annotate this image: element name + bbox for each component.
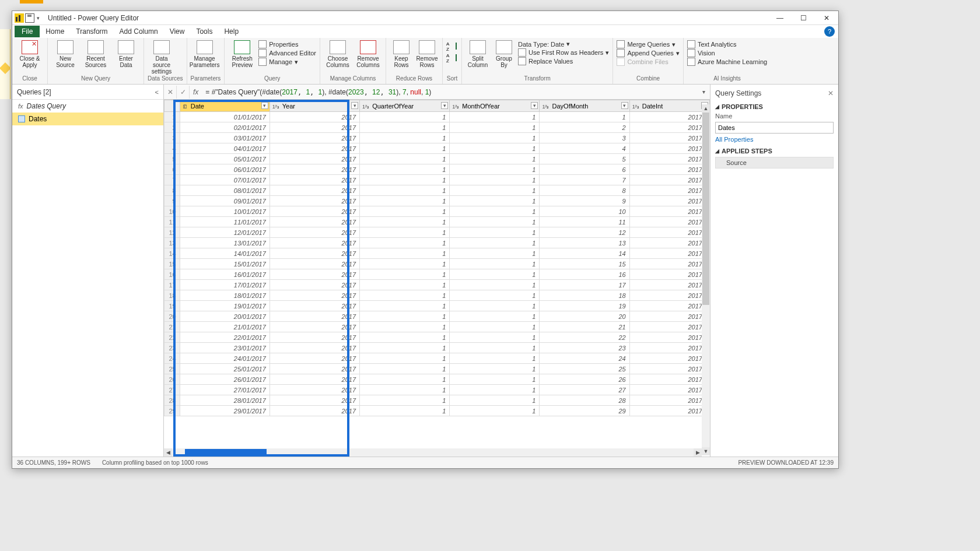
save-icon[interactable] (25, 13, 34, 23)
table-row[interactable]: 808/01/2017201711820170 (164, 185, 710, 196)
maximize-button[interactable]: ☐ (792, 11, 815, 25)
table-row[interactable]: 2424/01/20172017112420170 (164, 353, 710, 364)
new-source-button[interactable]: New Source (51, 39, 79, 68)
text-analytics-button[interactable]: Text Analytics (687, 40, 767, 48)
remove-rows-button[interactable]: Remove Rows (415, 39, 439, 68)
table-row[interactable]: 1818/01/20172017111820170 (164, 290, 710, 301)
tab-help[interactable]: Help (218, 26, 244, 37)
group-by-button[interactable]: Group By (492, 39, 516, 68)
tab-add-column[interactable]: Add Column (114, 26, 164, 37)
tab-tools[interactable]: Tools (190, 26, 218, 37)
scroll-up-icon[interactable]: ▲ (702, 104, 710, 113)
table-row[interactable]: 2323/01/20172017112320170 (164, 343, 710, 353)
collapse-icon[interactable]: < (155, 89, 159, 96)
column-header-monthofyear[interactable]: 1²₃ MonthOfYear▾ (450, 100, 540, 112)
table-row[interactable]: 303/01/2017201711320170 (164, 133, 710, 143)
formula-expand-button[interactable]: ▾ (697, 89, 710, 95)
hscroll-thumb[interactable] (185, 449, 267, 456)
enter-data-button[interactable]: Enter Data (112, 39, 140, 68)
append-queries-button[interactable]: Append Queries ▾ (617, 49, 680, 57)
replace-values-button[interactable]: Replace Values (518, 57, 609, 65)
minimize-button[interactable]: — (768, 11, 792, 25)
table-row[interactable]: 2727/01/20172017112720170 (164, 385, 710, 395)
formula-input[interactable]: = #"Dates Query"(#date(2017, 1, 1), #dat… (202, 88, 697, 96)
data-source-settings-button[interactable]: Data source settings (148, 39, 176, 75)
table-row[interactable]: 404/01/2017201711420170 (164, 143, 710, 154)
table-row[interactable]: 1515/01/20172017111520170 (164, 259, 710, 269)
manage-button[interactable]: Manage ▾ (258, 58, 316, 66)
first-row-headers-button[interactable]: Use First Row as Headers ▾ (518, 48, 609, 57)
vision-button[interactable]: Vision (687, 49, 767, 57)
sort-asc-button[interactable] (446, 41, 458, 52)
table-row[interactable]: 1717/01/20172017111720170 (164, 280, 710, 290)
recent-sources-button[interactable]: Recent Sources (82, 39, 110, 68)
table-row[interactable]: 1111/01/20172017111120170 (164, 217, 710, 227)
table-row[interactable]: 101/01/2017201711120170 (164, 112, 710, 122)
vscroll-thumb[interactable] (702, 113, 709, 305)
close-button[interactable]: ✕ (815, 11, 838, 25)
step-source[interactable]: Source (715, 157, 834, 169)
column-filter-icon[interactable]: ▾ (441, 102, 448, 109)
table-row[interactable]: 2121/01/20172017112120170 (164, 322, 710, 332)
table-row[interactable]: 505/01/2017201711520170 (164, 154, 710, 164)
formula-commit-button[interactable]: ✓ (177, 86, 190, 99)
table-row[interactable]: 707/01/2017201711720170 (164, 175, 710, 185)
close-settings-button[interactable]: ✕ (828, 89, 834, 97)
column-header-dayofmonth[interactable]: 1²₃ DayOfMonth▾ (540, 100, 629, 112)
table-row[interactable]: 2626/01/20172017112620170 (164, 374, 710, 385)
table-row[interactable]: 2525/01/20172017112520170 (164, 364, 710, 374)
all-properties-link[interactable]: All Properties (715, 136, 753, 143)
refresh-preview-button[interactable]: Refresh Preview (228, 39, 256, 68)
sort-desc-button[interactable] (446, 53, 458, 64)
applied-steps-header[interactable]: ◢APPLIED STEPS (715, 148, 834, 155)
formula-cancel-button[interactable]: ✕ (164, 86, 177, 99)
merge-queries-button[interactable]: Merge Queries ▾ (617, 40, 680, 48)
remove-columns-button[interactable]: Remove Columns (354, 39, 382, 68)
table-row[interactable]: 2929/01/20172017112920170 (164, 406, 710, 416)
azure-ml-button[interactable]: Azure Machine Learning (687, 58, 767, 66)
table-row[interactable]: 1616/01/20172017111620170 (164, 269, 710, 280)
table-row[interactable]: 1919/01/20172017111920170 (164, 301, 710, 311)
table-row[interactable]: 202/01/2017201711220170 (164, 122, 710, 133)
query-item-dates-query[interactable]: fx Dates Query (12, 100, 163, 113)
query-name-input[interactable] (715, 122, 834, 134)
table-row[interactable]: 2020/01/20172017112020170 (164, 311, 710, 322)
scroll-down-icon[interactable]: ▼ (702, 447, 710, 455)
tab-transform[interactable]: Transform (70, 26, 113, 37)
combine-files-button[interactable]: Combine Files (617, 58, 680, 66)
table-row[interactable]: 2828/01/20172017112820170 (164, 395, 710, 406)
scroll-left-icon[interactable]: ◀ (164, 448, 172, 457)
choose-columns-button[interactable]: Choose Columns (324, 39, 352, 68)
table-row[interactable]: 2222/01/20172017112220170 (164, 332, 710, 343)
tab-view[interactable]: View (164, 26, 191, 37)
column-header-dateint[interactable]: 1²₃ DateInt▾ (629, 100, 709, 112)
table-row[interactable]: 1414/01/20172017111420170 (164, 248, 710, 259)
close-apply-button[interactable]: ✕Close & Apply (16, 39, 44, 68)
column-filter-icon[interactable]: ▾ (351, 102, 358, 109)
properties-section-header[interactable]: ◢PROPERTIES (715, 103, 834, 110)
table-row[interactable]: 1212/01/20172017111220170 (164, 227, 710, 238)
scroll-right-icon[interactable]: ▶ (694, 448, 702, 457)
column-header-quarterofyear[interactable]: 1²₃ QuarterOfYear▾ (360, 100, 450, 112)
horizontal-scrollbar[interactable]: ◀ ▶ (164, 448, 702, 457)
table-row[interactable]: 1010/01/20172017111020170 (164, 206, 710, 217)
query-item-dates[interactable]: Dates (12, 113, 163, 125)
help-icon[interactable]: ? (824, 26, 835, 37)
table-row[interactable]: 606/01/2017201711620170 (164, 164, 710, 175)
properties-button[interactable]: Properties (258, 40, 316, 48)
keep-rows-button[interactable]: Keep Rows (390, 39, 413, 68)
manage-parameters-button[interactable]: Manage Parameters (191, 39, 219, 68)
column-header-date[interactable]: 🗓 Date▾ (180, 100, 270, 112)
table-row[interactable]: 909/01/2017201711920170 (164, 196, 710, 206)
tab-home[interactable]: Home (40, 26, 70, 37)
table-row[interactable]: 1313/01/20172017111320170 (164, 238, 710, 248)
column-filter-icon[interactable]: ▾ (621, 102, 628, 109)
qat-dropdown-icon[interactable]: ▾ (36, 15, 41, 21)
column-filter-icon[interactable]: ▾ (531, 102, 538, 109)
split-column-button[interactable]: Split Column (466, 39, 490, 68)
row-index-header[interactable] (164, 100, 180, 112)
data-type-button[interactable]: Data Type: Date ▾ (518, 40, 609, 48)
queries-header[interactable]: Queries [2] < (12, 85, 163, 100)
column-header-year[interactable]: 1²₃ Year▾ (270, 100, 359, 112)
advanced-editor-button[interactable]: Advanced Editor (258, 49, 316, 57)
